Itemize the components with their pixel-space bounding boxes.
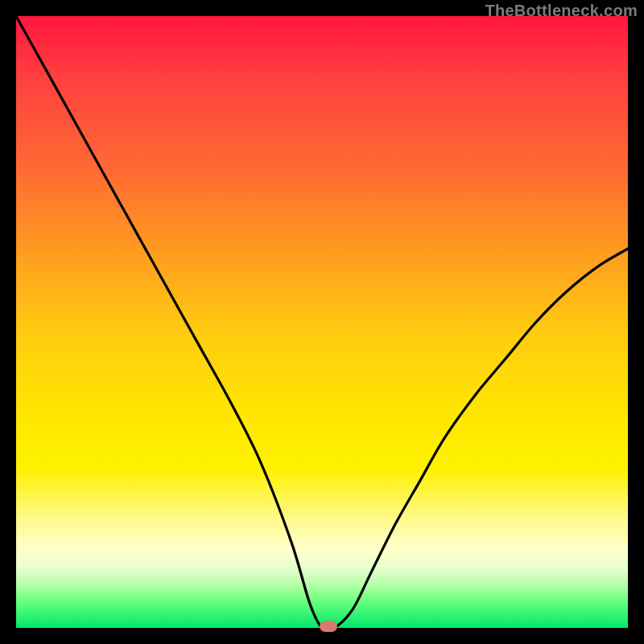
curve-svg	[16, 16, 628, 628]
minimum-marker	[320, 621, 337, 632]
bottleneck-curve	[16, 16, 628, 630]
plot-area	[16, 16, 628, 628]
chart-outer: TheBottleneck.com	[0, 0, 644, 644]
